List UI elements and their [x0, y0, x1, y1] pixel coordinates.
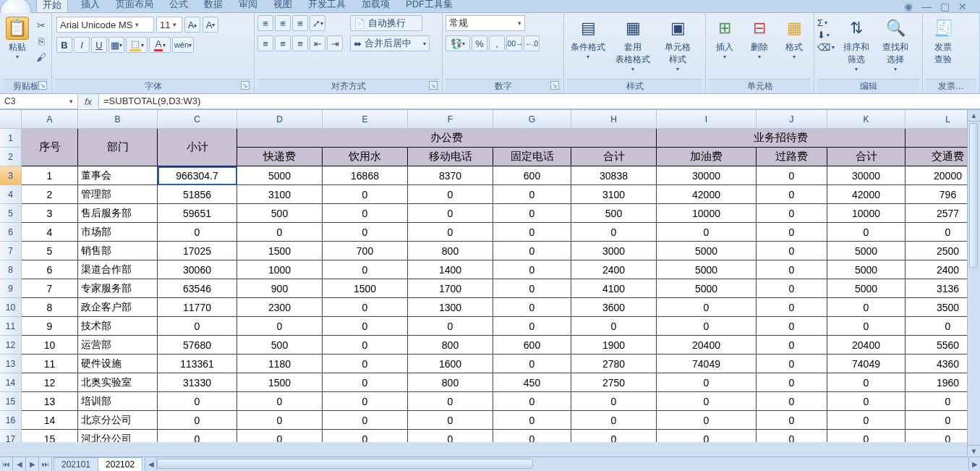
font-name-select[interactable]: Arial Unicode MS▾	[56, 17, 154, 33]
cell-K4[interactable]: 42000	[827, 185, 906, 204]
cell-F15[interactable]: 0	[408, 392, 493, 411]
cell-styles-button[interactable]: ▣单元格 样式▾	[657, 15, 699, 74]
tab-data[interactable]: 数据	[201, 0, 226, 12]
cell-I10[interactable]: 0	[657, 298, 757, 317]
comma-button[interactable]: ,	[489, 35, 505, 51]
cell-A17[interactable]: 15	[22, 430, 78, 442]
header-D[interactable]: 快递费	[237, 148, 323, 166]
cell-I17[interactable]: 0	[657, 430, 757, 442]
cell-K8[interactable]: 5000	[827, 260, 906, 279]
cell-J4[interactable]: 0	[757, 185, 827, 204]
cell-H16[interactable]: 0	[571, 411, 657, 430]
cell-C15[interactable]: 0	[158, 392, 237, 411]
cell-B8[interactable]: 渠道合作部	[78, 260, 158, 279]
col-header-F[interactable]: F	[408, 110, 493, 129]
tab-home[interactable]: 开始	[36, 0, 68, 12]
row-header-17[interactable]: 17	[0, 430, 22, 442]
cell-A12[interactable]: 10	[22, 336, 78, 355]
cell-C11[interactable]: 0	[158, 317, 237, 336]
cell-K12[interactable]: 20400	[827, 336, 906, 355]
restore-icon[interactable]: ▢	[940, 1, 950, 12]
fill-button[interactable]: ⬇▾	[817, 30, 835, 41]
scroll-left-button[interactable]: ◀	[145, 457, 157, 470]
cell-F16[interactable]: 0	[408, 411, 493, 430]
cell-D11[interactable]: 0	[237, 317, 323, 336]
cell-H8[interactable]: 2400	[571, 260, 657, 279]
cell-D10[interactable]: 2300	[237, 298, 323, 317]
col-header-J[interactable]: J	[757, 110, 827, 129]
cell-K10[interactable]: 0	[827, 298, 906, 317]
find-select-button[interactable]: 🔍查找和 选择▾	[878, 15, 913, 74]
cell-G3[interactable]: 600	[493, 166, 571, 185]
cell-B4[interactable]: 管理部	[78, 185, 158, 204]
bold-button[interactable]: B	[56, 37, 72, 53]
col-header-G[interactable]: G	[493, 110, 571, 129]
sheet-tab-202102[interactable]: 202102	[98, 457, 142, 471]
cell-B9[interactable]: 专家服务部	[78, 279, 158, 298]
row-header-5[interactable]: 5	[0, 204, 22, 223]
cell-H14[interactable]: 2750	[571, 373, 657, 392]
formula-input[interactable]: =SUBTOTAL(9,D3:W3)	[98, 94, 980, 109]
cell-B5[interactable]: 售后服务部	[78, 204, 158, 223]
paste-button[interactable]: 📋 粘贴 ▾	[3, 15, 31, 61]
cell-H5[interactable]: 500	[571, 204, 657, 223]
row-header-3[interactable]: 3	[0, 166, 22, 185]
cell-I8[interactable]: 5000	[657, 260, 757, 279]
cell-F8[interactable]: 1400	[408, 260, 493, 279]
font-size-select[interactable]: 11▾	[156, 17, 182, 33]
cell-I11[interactable]: 0	[657, 317, 757, 336]
tab-view[interactable]: 视图	[270, 0, 295, 12]
cell-G15[interactable]: 0	[493, 392, 571, 411]
format-cells-button[interactable]: ▦格式▾	[778, 15, 810, 61]
cell-I16[interactable]: 0	[657, 411, 757, 430]
clear-button[interactable]: ⌫▾	[817, 42, 835, 53]
cell-E16[interactable]: 0	[323, 411, 408, 430]
cell-I14[interactable]: 0	[657, 373, 757, 392]
header-K[interactable]: 合计	[827, 148, 906, 166]
invoice-button[interactable]: 🧾发票 查验	[926, 15, 960, 67]
cell-K7[interactable]: 5000	[827, 242, 906, 260]
cell-K9[interactable]: 5000	[827, 279, 906, 298]
cell-A5[interactable]: 3	[22, 204, 78, 223]
align-center-button[interactable]: ≡	[275, 35, 291, 51]
cell-E9[interactable]: 1500	[323, 279, 408, 298]
cell-E17[interactable]: 0	[323, 430, 408, 442]
autosum-button[interactable]: Σ▾	[817, 17, 835, 28]
cell-A11[interactable]: 9	[22, 317, 78, 336]
font-dialog-launcher[interactable]: ↘	[241, 81, 250, 90]
cell-A16[interactable]: 14	[22, 411, 78, 430]
cell-G16[interactable]: 0	[493, 411, 571, 430]
cell-D6[interactable]: 0	[237, 223, 323, 242]
h-scroll-thumb[interactable]	[157, 459, 533, 469]
cell-B15[interactable]: 培训部	[78, 392, 158, 411]
cell-C17[interactable]: 0	[158, 430, 237, 442]
row-header-6[interactable]: 6	[0, 223, 22, 242]
cell-D12[interactable]: 500	[237, 336, 323, 355]
header-biz-fee[interactable]: 业务招待费	[657, 129, 906, 148]
header-seq[interactable]: 序号	[22, 129, 78, 166]
cell-G12[interactable]: 600	[493, 336, 571, 355]
cell-C6[interactable]: 0	[158, 223, 237, 242]
cell-H4[interactable]: 3100	[571, 185, 657, 204]
cell-F6[interactable]: 0	[408, 223, 493, 242]
v-scroll-thumb[interactable]	[969, 123, 978, 268]
cell-J16[interactable]: 0	[757, 411, 827, 430]
fill-color-button[interactable]: ⬚▾	[126, 37, 148, 53]
select-all-corner[interactable]	[0, 110, 22, 129]
cell-C9[interactable]: 63546	[158, 279, 237, 298]
cell-F14[interactable]: 800	[408, 373, 493, 392]
cell-D8[interactable]: 1000	[237, 260, 323, 279]
alignment-dialog-launcher[interactable]: ↘	[429, 81, 438, 90]
row-header-1[interactable]: 1	[0, 129, 22, 148]
vertical-scrollbar[interactable]: ▲ ▼	[967, 110, 980, 457]
cell-E14[interactable]: 0	[323, 373, 408, 392]
cell-A14[interactable]: 12	[22, 373, 78, 392]
cell-K13[interactable]: 74049	[827, 355, 906, 373]
cell-G14[interactable]: 450	[493, 373, 571, 392]
cell-J14[interactable]: 0	[757, 373, 827, 392]
cell-E5[interactable]: 0	[323, 204, 408, 223]
sheet-tab-202101[interactable]: 202101	[54, 457, 98, 471]
cell-B7[interactable]: 销售部	[78, 242, 158, 260]
cell-I9[interactable]: 5000	[657, 279, 757, 298]
indent-decrease-button[interactable]: ⇤	[310, 35, 325, 51]
